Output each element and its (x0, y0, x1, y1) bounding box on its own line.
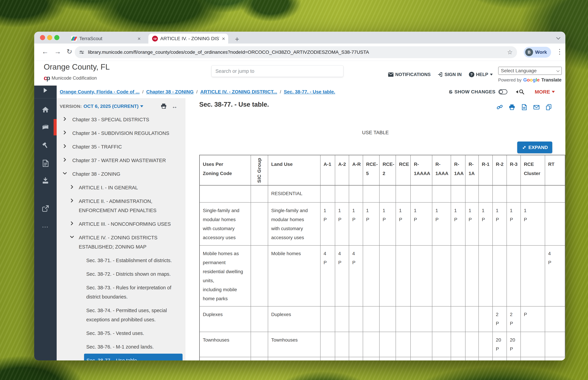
forward-button[interactable]: → (54, 48, 61, 55)
toc-item-label: Sec. 38-71. - Establishment of districts… (86, 256, 182, 265)
bookmark-star-icon[interactable]: ☆ (507, 49, 513, 56)
toc-item[interactable]: ARTICLE II. - ADMINISTRATION, ENFORCEMEN… (57, 194, 186, 217)
browser-profile-button[interactable]: B Work (524, 47, 551, 58)
sidebar-item-more[interactable]: … (34, 221, 57, 229)
chevron-down-icon[interactable] (63, 171, 68, 177)
back-button[interactable]: ← (42, 48, 49, 55)
sidebar-expand-button[interactable] (34, 88, 57, 93)
close-icon[interactable]: × (222, 36, 225, 41)
tab-zoning-article[interactable]: cp ARTICLE IV. - ZONING DISTR × (148, 34, 228, 43)
toc-item[interactable]: ARTICLE III. - NONCONFORMING USES (57, 217, 186, 231)
chevron-right-icon[interactable] (70, 221, 75, 227)
resize-panel-icon[interactable]: ↔ (172, 103, 177, 110)
sidebar-item-downloads[interactable] (34, 177, 57, 185)
print-icon[interactable] (509, 104, 515, 110)
window-minimize-button[interactable] (47, 35, 52, 40)
app-sidebar: … (34, 86, 57, 361)
toc-item[interactable]: Sec. 38-72. - Districts shown on maps. (57, 267, 186, 281)
chevron-right-icon[interactable] (70, 198, 75, 204)
toc-item[interactable]: Chapter 33 - SPECIAL DISTRICTS (57, 113, 186, 126)
toc-item[interactable]: Chapter 37 - WATER AND WASTEWATER (57, 153, 186, 167)
search-input[interactable]: Search or jump to (211, 65, 343, 77)
help-menu[interactable]: ? HELP (469, 72, 493, 77)
reload-button[interactable]: ↻ (67, 48, 72, 55)
breadcrumb-link[interactable]: Chapter 38 - ZONING (146, 89, 194, 95)
copy-icon[interactable] (546, 104, 552, 110)
column-header: R-2 (493, 155, 507, 185)
expand-label: EXPAND (529, 145, 548, 150)
breadcrumb-link[interactable]: Orange County, Florida - Code of ... (60, 89, 139, 95)
google-logo: Google (523, 77, 539, 83)
tab-terrascout[interactable]: TerraScout × (67, 34, 144, 43)
search-in-document-button[interactable] (516, 89, 525, 95)
sidebar-item-documents[interactable] (34, 159, 57, 167)
chevron-right-icon[interactable] (63, 144, 68, 149)
chevron-down-icon (556, 35, 560, 39)
value-cell (320, 185, 335, 202)
column-header: R-3 (507, 155, 521, 185)
sidebar-item-codes[interactable] (34, 123, 57, 131)
value-cell (396, 357, 411, 361)
value-cell (545, 185, 565, 202)
permalink-icon[interactable] (496, 104, 503, 110)
chevron-right-icon[interactable] (63, 130, 68, 136)
value-cell (451, 306, 465, 332)
value-cell (411, 246, 432, 306)
sidebar-item-home[interactable] (34, 106, 57, 114)
close-icon[interactable]: × (137, 36, 141, 41)
chevron-right-icon[interactable] (63, 157, 68, 163)
use-table-container[interactable]: Uses Per Zoning CodeSIC GroupLand UseA-1… (199, 155, 565, 361)
tab-search-button[interactable] (557, 36, 560, 40)
value-cell (251, 185, 268, 202)
toc-item[interactable]: Sec. 38-76. - M-1 zoned lands. (57, 340, 186, 354)
toc-item[interactable]: Sec. 38-77. - Use table. (84, 354, 183, 361)
toc-item[interactable]: Sec. 38-71. - Establishment of districts… (57, 254, 186, 267)
address-bar[interactable]: library.municode.com/fl/orange_county/co… (75, 46, 517, 58)
book-icon (41, 123, 49, 131)
municode-logo-icon: cp (44, 75, 50, 82)
chevron-right-icon[interactable] (70, 185, 75, 190)
new-tab-button[interactable]: + (235, 36, 239, 43)
toc-item[interactable]: Chapter 35 - TRAFFIC (57, 140, 186, 153)
value-cell (465, 246, 479, 306)
value-cell (545, 357, 565, 361)
sidebar-item-ordinances[interactable] (34, 142, 57, 150)
print-toc-icon[interactable] (160, 103, 167, 110)
site-settings-icon[interactable] (79, 50, 84, 55)
column-header: RCE- 5 (363, 155, 379, 185)
breadcrumb-link[interactable]: Sec. 38-77. - Use table. (284, 89, 335, 95)
email-icon[interactable] (533, 104, 540, 110)
url-text[interactable]: library.municode.com/fl/orange_county/co… (88, 50, 507, 55)
language-select[interactable]: Select Language (498, 67, 562, 75)
toc-item[interactable]: ARTICLE I. - IN GENERAL (57, 181, 186, 194)
browser-menu-button[interactable]: ⋮ (556, 48, 563, 56)
sidebar-item-external-link[interactable] (34, 205, 57, 212)
sign-in-button[interactable]: SIGN IN (438, 72, 462, 77)
toc-item[interactable]: Chapter 34 - SUBDIVISION REGULATIONS (57, 126, 186, 140)
version-selector[interactable]: OCT 6, 2025 (CURRENT) (84, 104, 139, 109)
toc-item[interactable]: Sec. 38-74. - Permitted uses, special ex… (57, 304, 186, 326)
main-content: Sec. 38-77. - Use table. W (186, 98, 565, 361)
toc-item-label: Chapter 38 - ZONING (72, 170, 182, 179)
toc-item[interactable]: Sec. 38-73. - Rules for interpretation o… (57, 281, 186, 304)
toc-item[interactable]: Sec. 38-75. - Vested uses. (57, 326, 186, 340)
show-changes-toggle[interactable]: S SHOW CHANGES (449, 89, 507, 95)
land-use-cell: Townhouses (268, 332, 320, 357)
value-cell (432, 332, 451, 357)
word-download-icon[interactable]: W (521, 104, 528, 110)
window-close-button[interactable] (40, 35, 45, 40)
chevron-down-icon[interactable] (70, 235, 75, 240)
toc-item[interactable]: ARTICLE IV. - ZONING DISTRICTS ESTABLISH… (57, 231, 186, 254)
show-changes-icon: S (449, 89, 452, 95)
divider (34, 98, 57, 98)
notifications-button[interactable]: NOTIFICATIONS (388, 72, 431, 77)
value-cell (379, 332, 396, 357)
window-zoom-button[interactable] (54, 35, 59, 40)
breadcrumb-link[interactable]: ARTICLE IV. - ZONING DISTRICT... (200, 89, 277, 95)
chevron-right-icon[interactable] (63, 116, 68, 122)
toc-item[interactable]: Chapter 38 - ZONING (57, 167, 186, 181)
expand-table-button[interactable]: EXPAND (517, 142, 552, 153)
value-cell (493, 357, 507, 361)
toc-list: Chapter 33 - SPECIAL DISTRICTSChapter 34… (57, 113, 186, 361)
more-menu[interactable]: MORE (535, 89, 555, 95)
